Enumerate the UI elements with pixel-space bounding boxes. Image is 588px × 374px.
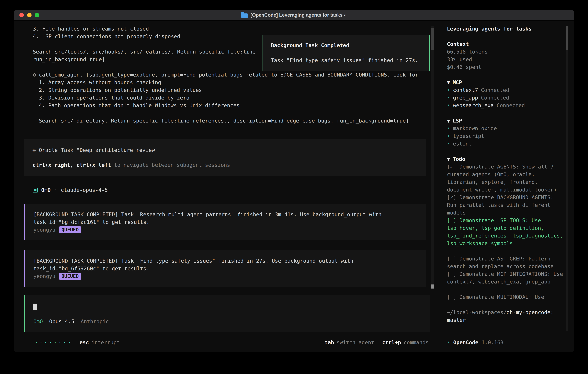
task-author: yeongyu: [33, 226, 55, 234]
todo-item: [✓] Demonstrate BACKGROUND AGENTS: Run p…: [447, 194, 564, 217]
chat-scrollbar-marker: [430, 284, 434, 289]
session-title: Leveraging agents for tasks: [447, 25, 564, 32]
chat-scrollbar[interactable]: [430, 26, 434, 289]
lsp-name: typescript: [453, 132, 484, 140]
session-sidebar: Leveraging agents for tasks Context 66,5…: [434, 21, 574, 352]
lsp-heading: LSP: [453, 117, 462, 125]
agent-separator: ·: [54, 186, 57, 194]
todo-section-header[interactable]: ▼ Todo: [447, 155, 564, 163]
window-title-text: [OpenCode] Leveraging agents for tasks ◐: [251, 12, 347, 18]
oracle-hint-text: to navigate between subagent sessions: [111, 162, 230, 168]
workspace-prefix: ~/local-workspaces/: [447, 309, 506, 315]
minimize-window-button[interactable]: [27, 13, 32, 17]
mcp-item: • grep_appConnected: [447, 94, 564, 102]
collapse-triangle-icon[interactable]: ▼: [447, 117, 450, 125]
mcp-name: grep_app: [453, 95, 478, 101]
background-task-toast[interactable]: Background Task Completed Task "Find typ…: [262, 35, 430, 71]
mcp-section: ▼ MCP • context7Connected • grep_appConn…: [447, 79, 564, 109]
workspace-branch: master: [447, 316, 564, 324]
task-message-text: [BACKGROUND TASK COMPLETED] Task "Find t…: [33, 257, 418, 272]
zoom-window-button[interactable]: [35, 13, 39, 17]
mcp-name: context7: [453, 87, 478, 93]
app-version: 1.0.163: [482, 339, 504, 346]
task-message-text: [BACKGROUND TASK COMPLETED] Task "Resear…: [33, 211, 418, 226]
input-provider-name: Anthropic: [81, 318, 109, 325]
mcp-item: • context7Connected: [447, 86, 564, 94]
bullet-icon: •: [447, 102, 450, 109]
record-icon: ◉: [32, 146, 36, 154]
text-cursor: [33, 303, 37, 310]
esc-key: esc: [79, 339, 89, 346]
oracle-task-title: Oracle Task "Deep architecture review": [39, 146, 158, 154]
queued-badge: QUEUED: [59, 226, 81, 233]
agent-checkbox-icon: [33, 187, 38, 193]
agent-header: OmO · claude-opus-4-5: [33, 186, 434, 194]
spinner-dots-icon: ········: [35, 339, 73, 346]
mcp-status: Connected: [481, 95, 509, 101]
toast-body: Task "Find type safety issues" finished …: [271, 56, 420, 64]
collapse-triangle-icon[interactable]: ▼: [447, 155, 450, 163]
task-author: yeongyu: [33, 272, 55, 280]
esc-label: interrupt: [91, 339, 120, 346]
input-model-name: Opus 4.5: [49, 318, 74, 325]
context-section: Context 66,518 tokens 33% used $0.46 spe…: [447, 40, 564, 71]
tool-call-line: ⚙ call_omo_agent [subagent_type=explore,…: [33, 71, 421, 125]
bullet-icon: •: [447, 132, 450, 140]
lsp-name: markdown-oxide: [453, 125, 497, 132]
window-title: [OpenCode] Leveraging agents for tasks ◐: [241, 12, 347, 18]
input-model-line: OmO Opus 4.5 Anthropic: [33, 318, 422, 325]
close-window-button[interactable]: [19, 13, 24, 17]
commands-hint: ctrl+p commands: [382, 339, 429, 346]
input-agent-name: OmO: [33, 318, 43, 325]
todo-item: [ ] Demonstrate MULTIMODAL: Use: [447, 293, 564, 301]
terminal-window: [OpenCode] Leveraging agents for tasks ◐…: [14, 10, 574, 352]
commands-label: commands: [404, 339, 429, 346]
lsp-item: • typescript: [447, 132, 564, 140]
mcp-heading: MCP: [453, 79, 462, 86]
queued-badge: QUEUED: [59, 273, 81, 280]
context-heading: Context: [447, 40, 564, 48]
prompt-input[interactable]: OmO Opus 4.5 Anthropic: [24, 295, 430, 332]
traffic-lights: [19, 10, 39, 20]
bullet-icon: •: [447, 94, 450, 102]
window-titlebar[interactable]: [OpenCode] Leveraging agents for tasks ◐: [14, 10, 574, 21]
todo-heading: Todo: [453, 155, 465, 163]
lsp-section: ▼ LSP • markdown-oxide • typescript • es…: [447, 117, 564, 147]
tab-key: tab: [325, 339, 334, 346]
lsp-section-header[interactable]: ▼ LSP: [447, 117, 564, 125]
task-message-card: [BACKGROUND TASK COMPLETED] Task "Find t…: [24, 250, 426, 287]
context-tokens: 66,518 tokens: [447, 48, 564, 55]
context-used: 33% used: [447, 55, 564, 63]
mcp-section-header[interactable]: ▼ MCP: [447, 79, 564, 86]
agent-model: claude-opus-4-5: [61, 186, 108, 194]
chat-scrollbar-thumb[interactable]: [430, 28, 434, 50]
status-bar: ········ esc interrupt tab switch agent …: [24, 337, 434, 352]
input-line[interactable]: [33, 303, 422, 310]
todo-item: [ ] Demonstrate AST-GREP: Pattern search…: [447, 255, 564, 270]
oracle-hint-keys: ctrl+x right, ctrl+x left: [32, 162, 111, 168]
lsp-name: eslint: [453, 140, 472, 147]
workspace-path: ~/local-workspaces/oh-my-opencode: maste…: [447, 309, 564, 324]
sidebar-scrollbar-thumb[interactable]: [566, 26, 568, 50]
oracle-task-card[interactable]: ◉ Oracle Task "Deep architecture review"…: [24, 139, 426, 176]
workspace-repo: oh-my-opencode:: [506, 309, 554, 315]
mcp-status: Connected: [497, 102, 525, 108]
sidebar-scrollbar[interactable]: [566, 26, 568, 331]
mcp-status: Connected: [481, 87, 509, 93]
bullet-icon: •: [447, 339, 450, 346]
commands-key: ctrl+p: [382, 339, 401, 346]
agent-name: OmO: [41, 186, 51, 194]
toast-title: Background Task Completed: [271, 42, 420, 49]
tab-label: switch agent: [336, 339, 374, 346]
todo-item: [ ] Demonstrate LSP TOOLS: Use lsp_hover…: [447, 217, 564, 247]
folder-icon: [241, 13, 248, 18]
app-brand: OpenCode: [453, 339, 478, 346]
todo-item: [✓] Demonstrate AGENTS: Show all 7 curat…: [447, 163, 564, 194]
todo-item: [ ] Demonstrate MCP INTEGRATIONS: Use co…: [447, 270, 564, 285]
bullet-icon: •: [447, 125, 450, 132]
mcp-name: websearch_exa: [453, 102, 494, 108]
tool-call-text: call_omo_agent [subagent_type=explore, p…: [39, 71, 419, 125]
gear-icon: ⚙: [33, 71, 36, 125]
collapse-triangle-icon[interactable]: ▼: [447, 79, 450, 86]
lsp-item: • eslint: [447, 140, 564, 147]
